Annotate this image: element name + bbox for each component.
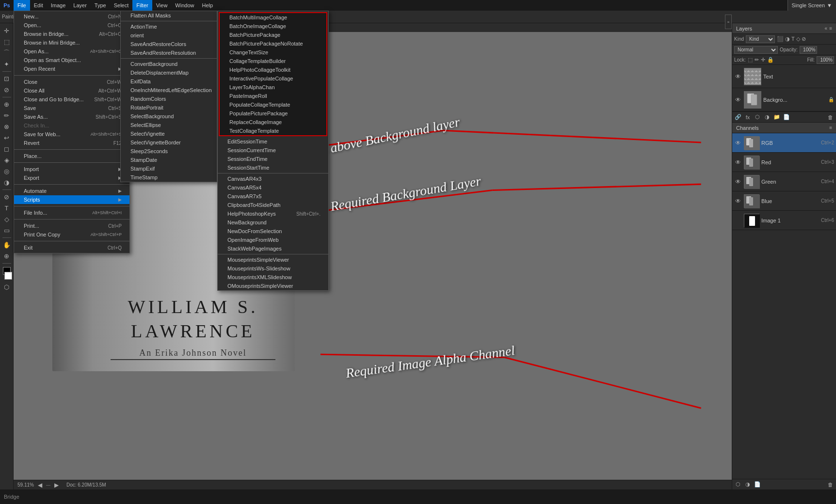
channel-item-image1[interactable]: Image 1 Ctrl+6 [732,211,836,230]
scripts-populate-collage[interactable]: PopulateCollageTemplate [220,100,326,109]
delete-layer-btn[interactable]: 🗑 [826,113,834,121]
menu-file[interactable]: File [14,0,30,11]
history-brush[interactable]: ↩ [1,132,12,143]
filter-save-restore-res[interactable]: SaveAndRestoreResolution [121,48,217,57]
lock-all-icon[interactable]: 🔒 [767,57,774,63]
filter-rotate-portrait[interactable]: RotatePortrait [121,103,217,112]
menu-edit[interactable]: Edit [30,0,47,11]
new-adjustment-btn[interactable]: ◑ [763,113,771,121]
filter-timestamp[interactable]: TimeStamp [121,173,217,182]
fill-input[interactable] [817,56,834,64]
channel-item-red[interactable]: 👁 Red Ctrl+3 [732,153,836,172]
menu-automate[interactable]: Automate▶ [14,187,129,195]
menu-import[interactable]: Import▶ [14,165,129,173]
filter-save-restore-colors[interactable]: SaveAndRestoreColors [121,40,217,48]
healing-tool[interactable]: ⊕ [1,99,12,110]
filter-adjust-icon[interactable]: ◑ [785,36,790,42]
menu-save[interactable]: SaveCtrl+S [14,104,129,112]
zoom-arrow-left[interactable]: ◀ [38,482,42,488]
path-tool[interactable]: ◇ [1,214,12,224]
hand-tool[interactable]: ✋ [1,239,12,250]
scripts-new-doc[interactable]: NewDocFromSelection [218,227,328,236]
scripts-edit-session[interactable]: EditSessionTime [218,137,328,146]
eraser-tool[interactable]: ◻ [1,143,12,154]
layer-eye-background[interactable]: 👁 [734,96,742,104]
menu-close[interactable]: CloseCtrl+W [14,78,129,86]
menu-revert[interactable]: RevertF12 [14,139,129,147]
menu-save-web[interactable]: Save for Web...Alt+Shift+Ctrl+S [14,130,129,139]
scripts-mouseprints-simple[interactable]: MouseprintsSimpleViewer [218,255,328,264]
lasso-tool[interactable]: ⌒ [1,47,12,58]
scripts-canvas-ar7x5[interactable]: CanvasAR7x5 [218,192,328,201]
add-style-btn[interactable]: fx [744,113,752,121]
scripts-interactive[interactable]: InteractivePopulateCollage [220,74,326,83]
blur-tool[interactable]: ◎ [1,166,12,176]
channel-item-blue[interactable]: 👁 Blue Ctrl+5 [732,191,836,211]
scripts-canvas-ar5x4[interactable]: CanvasAR5x4 [218,183,328,192]
channel-eye-green[interactable]: 👁 [734,178,742,186]
scripts-collage-builder[interactable]: CollageTemplateBuilder [220,57,326,65]
background-color[interactable] [4,272,12,280]
filter-select-bg[interactable]: SelectBackground [121,112,217,121]
scripts-session-start[interactable]: SessionStartTime [218,163,328,172]
filter-stamp-date[interactable]: StampDate [121,156,217,164]
clone-tool[interactable]: ⊗ [1,121,12,132]
channel-eye-image1[interactable] [734,217,742,224]
menu-view[interactable]: View [152,0,172,11]
zoom-tool[interactable]: ⊕ [1,251,12,261]
menu-open-as[interactable]: Open As...Alt+Shift+Ctrl+O [14,47,129,56]
blend-mode-select[interactable]: Normal [734,46,778,54]
scripts-batch-picture-no-rotate[interactable]: BatchPicturePackageNoRotate [220,39,326,48]
scripts-clipboard[interactable]: ClipboardTo4SidePath [218,201,328,209]
menu-layer[interactable]: Layer [69,0,91,11]
layer-kind-select[interactable]: Kind [746,35,775,43]
filter-delete-disp[interactable]: DeleteDisplacementMap [121,68,217,77]
opacity-input[interactable] [800,46,817,54]
channel-selection-btn[interactable]: ⬡ [734,481,742,488]
menu-print[interactable]: Print...Ctrl+P [14,221,129,230]
add-mask-btn[interactable]: ⬡ [754,113,761,121]
link-layers-btn[interactable]: 🔗 [734,113,742,121]
scripts-omouseprints[interactable]: OMouseprintsSimpleViewer [218,282,328,290]
new-layer-btn[interactable]: 📄 [783,113,790,121]
layers-panel-collapse[interactable]: « [825,26,828,31]
menu-export[interactable]: Export▶ [14,173,129,182]
scripts-batch-one[interactable]: BatchOneImageCollage [220,22,326,31]
filter-select-ellipse[interactable]: SelectEllipse [121,121,217,129]
menu-help[interactable]: Help [198,0,217,11]
scripts-session-current[interactable]: SessionCurrentTime [218,146,328,155]
channel-new-btn[interactable]: 📄 [754,481,761,488]
pen-tool[interactable]: ⊘ [1,191,12,202]
scripts-layer-alpha[interactable]: LayerToAlphaChan [220,83,326,92]
quick-mask[interactable]: ⬡ [1,282,12,292]
scripts-new-bg[interactable]: NewBackground [218,218,328,227]
filter-oneinch[interactable]: OneInchMiteredLeftEdgeSelection [121,86,217,94]
menu-window[interactable]: Window [171,0,198,11]
filter-orient[interactable]: orient [121,31,217,40]
scripts-mouseprints-ws[interactable]: MouseprintsWs-Slideshow [218,264,328,273]
channel-item-rgb[interactable]: 👁 RGB Ctrl+2 [732,133,836,153]
menu-print-one[interactable]: Print One CopyAlt+Shift+Ctrl+P [14,230,129,239]
scripts-change-text[interactable]: ChangeTextSize [220,48,326,57]
channel-item-green[interactable]: 👁 Green Ctrl+4 [732,172,836,191]
scripts-test-template[interactable]: TestCollageTemplate [220,126,326,135]
menu-browse-mini-bridge[interactable]: Browse in Mini Bridge... [14,38,129,47]
scripts-canvas-ar4x3[interactable]: CanvasAR4x3 [218,174,328,183]
layers-panel-menu[interactable]: ≡ [829,26,832,31]
new-group-btn[interactable]: 📁 [773,113,781,121]
right-panel-collapse-btn[interactable]: » [725,15,732,29]
filter-flatten-masks[interactable]: Flatten All Masks [121,11,217,20]
filter-select-vignette[interactable]: SelectVignette [121,129,217,138]
filter-convert-bg[interactable]: ConvertBackground [121,60,217,68]
lock-paint-icon[interactable]: ✏ [755,57,759,63]
move-tool[interactable]: ✛ [1,25,12,36]
menu-filter[interactable]: Filter [132,0,152,11]
filter-select-vignette-border[interactable]: SelectVignetteBorder [121,138,217,147]
scripts-help-toolkit[interactable]: HelpPhotoCollaggeToolkit [220,65,326,74]
dodge-tool[interactable]: ◑ [1,177,12,188]
zoom-arrow-right[interactable]: ▶ [54,482,59,488]
filter-sleep[interactable]: Sleep2Seconds [121,147,217,156]
menu-scripts[interactable]: Scripts▶ [14,195,129,204]
scripts-mouseprints-xml[interactable]: MouseprintsXMLSlideshow [218,273,328,282]
filter-stamp-exif[interactable]: StampExif [121,164,217,173]
